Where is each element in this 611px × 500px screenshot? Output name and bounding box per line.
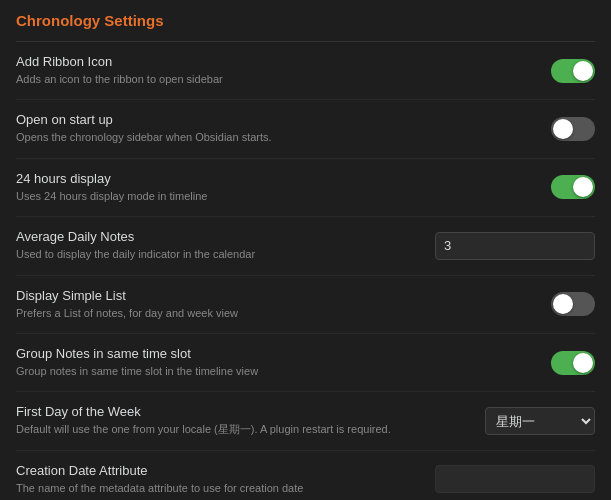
toggle-track-open-on-start: [551, 117, 595, 141]
toggle-track-display-simple-list: [551, 292, 595, 316]
setting-control-24-hours-display[interactable]: [551, 175, 595, 199]
setting-control-open-on-start[interactable]: [551, 117, 595, 141]
setting-item-group-notes-same-slot: Group Notes in same time slotGroup notes…: [16, 334, 595, 392]
setting-name-open-on-start: Open on start up: [16, 112, 531, 127]
toggle-track-24-hours-display: [551, 175, 595, 199]
setting-desc-first-day-of-week: Default will use the one from your local…: [16, 422, 465, 437]
toggle-display-simple-list[interactable]: [551, 292, 595, 316]
page-title: Chronology Settings: [16, 12, 595, 29]
setting-info-average-daily-notes: Average Daily NotesUsed to display the d…: [16, 229, 435, 262]
toggle-track-add-ribbon-icon: [551, 59, 595, 83]
setting-desc-group-notes-same-slot: Group notes in same time slot in the tim…: [16, 364, 531, 379]
setting-desc-display-simple-list: Prefers a List of notes, for day and wee…: [16, 306, 531, 321]
number-input-average-daily-notes[interactable]: [435, 232, 595, 260]
toggle-thumb-group-notes-same-slot: [573, 353, 593, 373]
setting-desc-average-daily-notes: Used to display the daily indicator in t…: [16, 247, 415, 262]
setting-info-first-day-of-week: First Day of the WeekDefault will use th…: [16, 404, 485, 437]
setting-item-open-on-start: Open on start upOpens the chronology sid…: [16, 100, 595, 158]
setting-item-add-ribbon-icon: Add Ribbon IconAdds an icon to the ribbo…: [16, 42, 595, 100]
setting-info-open-on-start: Open on start upOpens the chronology sid…: [16, 112, 551, 145]
setting-control-creation-date-attr[interactable]: [435, 465, 595, 493]
setting-control-average-daily-notes[interactable]: [435, 232, 595, 260]
setting-info-24-hours-display: 24 hours displayUses 24 hours display mo…: [16, 171, 551, 204]
setting-name-first-day-of-week: First Day of the Week: [16, 404, 465, 419]
settings-container: Chronology Settings Add Ribbon IconAdds …: [0, 0, 611, 500]
setting-control-first-day-of-week[interactable]: 星期一星期日星期六: [485, 407, 595, 435]
toggle-thumb-display-simple-list: [553, 294, 573, 314]
setting-name-display-simple-list: Display Simple List: [16, 288, 531, 303]
setting-name-add-ribbon-icon: Add Ribbon Icon: [16, 54, 531, 69]
setting-control-add-ribbon-icon[interactable]: [551, 59, 595, 83]
setting-item-first-day-of-week: First Day of the WeekDefault will use th…: [16, 392, 595, 450]
setting-desc-open-on-start: Opens the chronology sidebar when Obsidi…: [16, 130, 531, 145]
setting-info-group-notes-same-slot: Group Notes in same time slotGroup notes…: [16, 346, 551, 379]
setting-name-24-hours-display: 24 hours display: [16, 171, 531, 186]
setting-item-24-hours-display: 24 hours displayUses 24 hours display mo…: [16, 159, 595, 217]
toggle-24-hours-display[interactable]: [551, 175, 595, 199]
setting-item-creation-date-attr: Creation Date AttributeThe name of the m…: [16, 451, 595, 500]
select-first-day-of-week[interactable]: 星期一星期日星期六: [485, 407, 595, 435]
toggle-track-group-notes-same-slot: [551, 351, 595, 375]
setting-item-display-simple-list: Display Simple ListPrefers a List of not…: [16, 276, 595, 334]
setting-name-creation-date-attr: Creation Date Attribute: [16, 463, 415, 478]
setting-info-creation-date-attr: Creation Date AttributeThe name of the m…: [16, 463, 435, 496]
setting-info-display-simple-list: Display Simple ListPrefers a List of not…: [16, 288, 551, 321]
setting-control-group-notes-same-slot[interactable]: [551, 351, 595, 375]
setting-desc-add-ribbon-icon: Adds an icon to the ribbon to open sideb…: [16, 72, 531, 87]
text-input-creation-date-attr[interactable]: [435, 465, 595, 493]
setting-desc-24-hours-display: Uses 24 hours display mode in timeline: [16, 189, 531, 204]
toggle-thumb-add-ribbon-icon: [573, 61, 593, 81]
toggle-thumb-open-on-start: [553, 119, 573, 139]
toggle-open-on-start[interactable]: [551, 117, 595, 141]
setting-name-average-daily-notes: Average Daily Notes: [16, 229, 415, 244]
setting-desc-creation-date-attr: The name of the metadata attribute to us…: [16, 481, 415, 496]
settings-list: Add Ribbon IconAdds an icon to the ribbo…: [16, 42, 595, 500]
toggle-thumb-24-hours-display: [573, 177, 593, 197]
setting-item-average-daily-notes: Average Daily NotesUsed to display the d…: [16, 217, 595, 275]
setting-name-group-notes-same-slot: Group Notes in same time slot: [16, 346, 531, 361]
setting-info-add-ribbon-icon: Add Ribbon IconAdds an icon to the ribbo…: [16, 54, 551, 87]
toggle-add-ribbon-icon[interactable]: [551, 59, 595, 83]
setting-control-display-simple-list[interactable]: [551, 292, 595, 316]
toggle-group-notes-same-slot[interactable]: [551, 351, 595, 375]
